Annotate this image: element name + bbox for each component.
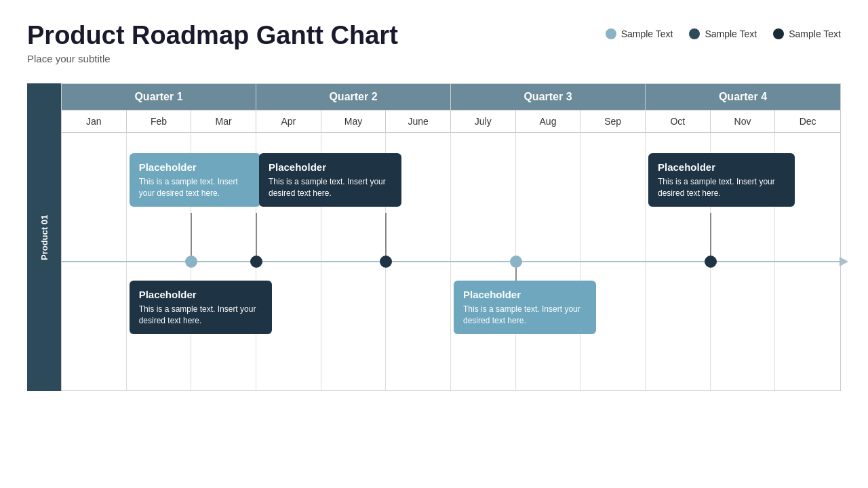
quarter-cell-q1: Quarter 1 [62, 84, 256, 110]
card-text: This is a sample text. Insert your desir… [139, 176, 251, 199]
body-row: PlaceholderThis is a sample text. Insert… [62, 133, 840, 390]
card-text: This is a sample text. Insert your desir… [658, 176, 785, 199]
card-1: PlaceholderThis is a sample text. Insert… [130, 153, 260, 207]
timeline-line [62, 261, 840, 262]
month-cell-oct: Oct [646, 110, 711, 132]
card-5: PlaceholderThis is a sample text. Insert… [454, 281, 596, 335]
milestone-line-3 [385, 213, 387, 256]
card-4: PlaceholderThis is a sample text. Insert… [130, 281, 272, 335]
card-2: PlaceholderThis is a sample text. Insert… [259, 153, 401, 207]
header: Product Roadmap Gantt Chart Place your s… [27, 22, 841, 64]
page-title: Product Roadmap Gantt Chart [27, 22, 398, 50]
month-cell-jan: Jan [62, 110, 127, 132]
page-subtitle: Place your subtitle [27, 53, 398, 64]
legend-dot [606, 28, 616, 39]
milestone-dot-3 [380, 256, 392, 268]
quarter-row: Quarter 1Quarter 2Quarter 3Quarter 4 [62, 84, 840, 110]
legend: Sample Text Sample Text Sample Text [606, 28, 841, 39]
legend-dot [689, 28, 700, 39]
month-cell-may: May [321, 110, 387, 132]
month-cell-aug: Aug [516, 110, 581, 132]
month-cell-feb: Feb [127, 110, 192, 132]
legend-label: Sample Text [789, 28, 841, 39]
month-cell-apr: Apr [256, 110, 321, 132]
card-title: Placeholder [658, 161, 785, 173]
month-row: JanFebMarAprMayJuneJulyAugSepOctNovDec [62, 110, 840, 133]
milestone-dot-1 [185, 256, 197, 268]
timeline-arrow [840, 257, 848, 266]
month-cell-june: June [386, 110, 451, 132]
legend-item-legend-3: Sample Text [773, 28, 841, 39]
legend-label: Sample Text [621, 28, 673, 39]
month-cell-mar: Mar [191, 110, 256, 132]
month-cell-dec: Dec [775, 110, 840, 132]
legend-dot [773, 28, 784, 39]
quarter-cell-q2: Quarter 2 [256, 84, 451, 110]
month-cell-sep: Sep [580, 110, 646, 132]
card-3: PlaceholderThis is a sample text. Insert… [648, 153, 795, 207]
milestone-line-5 [710, 213, 711, 256]
milestone-line-1 [191, 213, 192, 256]
chart-container: Quarter 1Quarter 2Quarter 3Quarter 4 Jan… [61, 83, 841, 391]
card-text: This is a sample text. Insert your desir… [139, 304, 262, 327]
card-title: Placeholder [139, 161, 251, 173]
milestone-dot-2 [250, 256, 262, 268]
legend-label: Sample Text [705, 28, 757, 39]
milestone-dot-4 [510, 256, 522, 268]
month-cell-nov: Nov [711, 110, 776, 132]
card-text: This is a sample text. Insert your desir… [463, 304, 587, 327]
milestone-dot-5 [705, 256, 717, 268]
card-title: Placeholder [139, 289, 262, 300]
legend-item-legend-2: Sample Text [689, 28, 757, 39]
page: Product Roadmap Gantt Chart Place your s… [0, 0, 868, 488]
row-label: Product 01 [27, 83, 61, 391]
milestone-line-2 [256, 213, 257, 256]
quarter-cell-q4: Quarter 4 [646, 84, 840, 110]
card-title: Placeholder [463, 289, 587, 300]
card-title: Placeholder [269, 161, 392, 173]
card-text: This is a sample text. Insert your desir… [269, 176, 392, 199]
legend-item-legend-1: Sample Text [606, 28, 673, 39]
quarter-cell-q3: Quarter 3 [451, 84, 646, 110]
month-cell-july: July [451, 110, 516, 132]
header-left: Product Roadmap Gantt Chart Place your s… [27, 22, 398, 64]
